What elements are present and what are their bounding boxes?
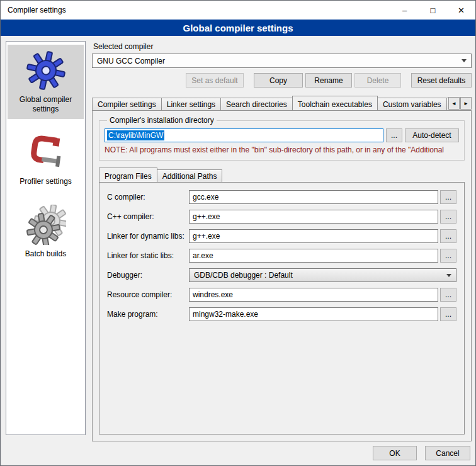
static-linker-label: Linker for static libs:: [107, 251, 189, 260]
main-tabs: Compiler settings Linker settings Search…: [92, 95, 472, 110]
dialog-header-title: Global compiler settings: [183, 23, 293, 33]
resource-compiler-label: Resource compiler:: [107, 290, 189, 299]
dialog-footer: OK Cancel: [373, 446, 470, 460]
rename-button[interactable]: Rename: [305, 73, 352, 88]
field-row-debugger: Debugger: GDB/CDB debugger : Default: [107, 268, 456, 282]
cpp-compiler-browse-button[interactable]: ...: [440, 210, 456, 224]
tab-compiler-settings[interactable]: Compiler settings: [92, 98, 162, 110]
toolchain-executables-panel: Compiler's installation directory C:\ray…: [92, 110, 472, 441]
tab-toolchain-executables[interactable]: Toolchain executables: [292, 96, 378, 110]
debugger-label: Debugger:: [107, 271, 189, 280]
minimize-icon: –: [402, 6, 407, 14]
sidebar-item-batch-builds[interactable]: Batch builds: [8, 199, 84, 264]
settings-main: Selected compiler GNU GCC Compiler Set a…: [92, 40, 472, 441]
tab-scroll-left-button[interactable]: ◄: [448, 97, 460, 110]
sub-tabs: Program Files Additional Paths: [99, 167, 465, 182]
close-icon: ✕: [458, 6, 465, 14]
gear-blue-icon: [26, 50, 66, 91]
installation-browse-button[interactable]: ...: [386, 128, 402, 142]
tab-custom-variables[interactable]: Custom variables: [377, 98, 447, 110]
tab-program-files[interactable]: Program Files: [99, 168, 157, 182]
field-row-make-program: Make program: ...: [107, 307, 456, 321]
maximize-button[interactable]: □: [419, 1, 447, 20]
field-row-dynamic-linker: Linker for dynamic libs: ...: [107, 229, 456, 243]
tab-search-directories[interactable]: Search directories: [220, 98, 293, 110]
static-linker-browse-button[interactable]: ...: [440, 249, 456, 263]
dynamic-linker-label: Linker for dynamic libs:: [107, 232, 189, 241]
tab-additional-paths[interactable]: Additional Paths: [157, 169, 223, 182]
c-compiler-browse-button[interactable]: ...: [440, 190, 456, 204]
auto-detect-button[interactable]: Auto-detect: [405, 128, 459, 142]
sidebar-item-profiler-settings[interactable]: Profiler settings: [8, 127, 84, 191]
cpp-compiler-input[interactable]: [189, 210, 438, 224]
tab-linker-settings[interactable]: Linker settings: [161, 98, 221, 110]
field-row-static-linker: Linker for static libs: ...: [107, 249, 456, 263]
ok-button[interactable]: OK: [373, 446, 417, 460]
field-row-resource-compiler: Resource compiler: ...: [107, 288, 456, 302]
c-compiler-label: C compiler:: [107, 193, 189, 202]
gears-gray-icon: [26, 205, 66, 245]
main-tab-strip: Compiler settings Linker settings Search…: [92, 95, 472, 110]
titlebar: Compiler settings – □ ✕: [1, 1, 475, 20]
selected-compiler-value: GNU GCC Compiler: [97, 57, 458, 65]
debugger-value: GDB/CDB debugger : Default: [194, 271, 443, 280]
installation-directory-row: C:\raylib\MinGW ... Auto-detect: [105, 128, 459, 142]
tab-scroll-controls: ◄ ►: [448, 97, 472, 110]
static-linker-input[interactable]: [189, 249, 438, 263]
right-arrow-icon: ►: [463, 101, 468, 106]
cancel-button[interactable]: Cancel: [425, 446, 470, 460]
cpp-compiler-label: C++ compiler:: [107, 212, 189, 221]
minimize-button[interactable]: –: [390, 1, 419, 20]
tab-scroll-right-button[interactable]: ►: [460, 97, 472, 110]
program-files-panel: C compiler: ... C++ compiler: ... Linker…: [99, 182, 465, 435]
compiler-button-row: Set as default Copy Rename Delete Reset …: [92, 73, 472, 88]
make-program-browse-button[interactable]: ...: [440, 307, 456, 321]
installation-directory-groupbox: Compiler's installation directory C:\ray…: [99, 116, 465, 161]
installation-directory-input[interactable]: C:\raylib\MinGW: [105, 128, 383, 142]
note-text: NOTE: All programs must exist either in …: [105, 145, 459, 154]
sidebar-item-label: Global compiler settings: [9, 95, 82, 114]
copy-button[interactable]: Copy: [254, 73, 303, 88]
field-row-c-compiler: C compiler: ...: [107, 190, 456, 204]
sidebar-item-label: Profiler settings: [20, 177, 72, 186]
window-title: Compiler settings: [1, 6, 390, 14]
c-compiler-input[interactable]: [189, 190, 438, 204]
close-button[interactable]: ✕: [447, 1, 475, 20]
chevron-down-icon: [446, 274, 451, 277]
dynamic-linker-input[interactable]: [189, 229, 438, 243]
delete-button: Delete: [354, 73, 401, 88]
field-row-cpp-compiler: C++ compiler: ...: [107, 210, 456, 224]
debugger-combobox[interactable]: GDB/CDB debugger : Default: [189, 268, 456, 282]
groupbox-title: Compiler's installation directory: [107, 116, 217, 125]
sidebar-item-global-compiler-settings[interactable]: Global compiler settings: [8, 45, 84, 119]
selected-path-text: C:\raylib\MinGW: [107, 130, 164, 140]
resource-compiler-browse-button[interactable]: ...: [440, 288, 456, 302]
dynamic-linker-browse-button[interactable]: ...: [440, 229, 456, 243]
make-program-label: Make program:: [107, 310, 189, 319]
chevron-down-icon: [462, 59, 467, 62]
category-sidebar: Global compiler settings Profiler settin…: [6, 41, 86, 435]
clamp-red-icon: [26, 132, 66, 173]
selected-compiler-label: Selected compiler: [93, 42, 472, 51]
sidebar-item-label: Batch builds: [25, 249, 66, 259]
left-arrow-icon: ◄: [451, 101, 456, 106]
compiler-settings-dialog: Compiler settings – □ ✕ Global compiler …: [0, 0, 476, 466]
set-as-default-button: Set as default: [186, 73, 244, 88]
selected-compiler-combobox[interactable]: GNU GCC Compiler: [92, 54, 472, 68]
resource-compiler-input[interactable]: [189, 288, 438, 302]
sub-tab-strip: Program Files Additional Paths: [99, 167, 465, 182]
dialog-header: Global compiler settings: [1, 20, 475, 36]
make-program-input[interactable]: [189, 307, 438, 321]
reset-defaults-button[interactable]: Reset defaults: [411, 73, 472, 88]
maximize-icon: □: [431, 6, 436, 14]
